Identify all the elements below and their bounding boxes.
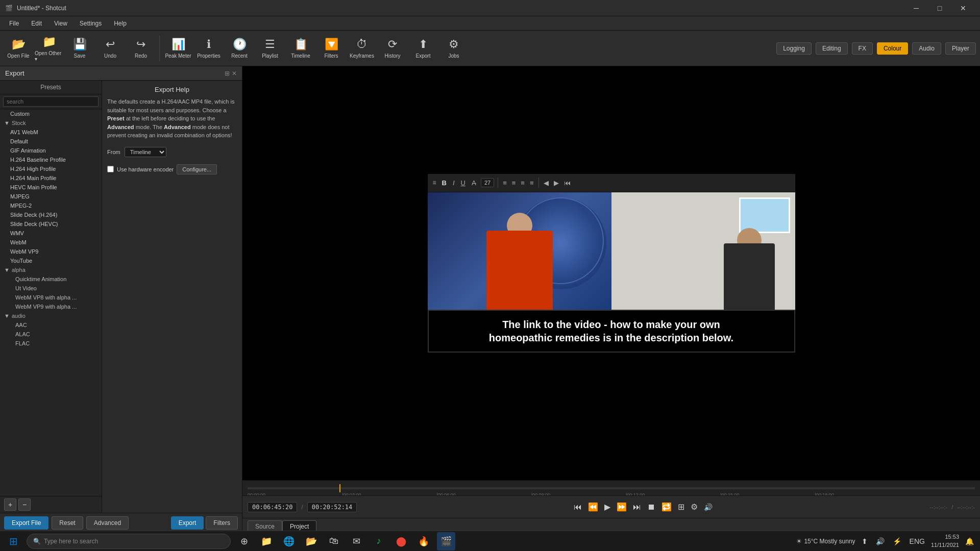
history-button[interactable]: ⟳ History <box>378 33 407 64</box>
export-button[interactable]: ⬆ Export <box>409 33 437 64</box>
align-right-icon[interactable]: ≡ <box>519 178 527 188</box>
next-frame-icon[interactable]: ▶ <box>552 178 561 188</box>
add-preset-button[interactable]: + <box>4 498 16 511</box>
rewind-icon[interactable]: ⏮ <box>562 178 573 188</box>
menu-file[interactable]: File <box>4 19 24 28</box>
notification-icon[interactable]: 🔔 <box>963 535 976 547</box>
prev-frame-icon[interactable]: ◀ <box>542 178 551 188</box>
preset-mpeg2[interactable]: MPEG-2 <box>0 201 102 210</box>
from-select[interactable]: Timeline Source Each Clip <box>125 147 166 157</box>
settings-button[interactable]: ⚙ <box>689 500 700 514</box>
timeline-button[interactable]: 📋 Timeline <box>286 33 315 64</box>
audio-mode-button[interactable]: Audio <box>912 42 941 55</box>
store-taskbar-button[interactable]: 🛍 <box>325 532 343 550</box>
format-icon[interactable]: ≡ <box>431 178 438 187</box>
preset-category-stock[interactable]: ▼ Stock <box>0 118 102 128</box>
strikethrough-button[interactable]: A̶ <box>469 178 479 188</box>
file-manager-taskbar-button[interactable]: 📂 <box>302 532 321 550</box>
preset-h264-main[interactable]: H.264 Main Profile <box>0 173 102 183</box>
edge-taskbar-button[interactable]: 🌐 <box>280 532 298 550</box>
preset-webm[interactable]: WebM <box>0 238 102 247</box>
close-button[interactable]: ✕ <box>951 0 975 16</box>
preset-webm-vp9-alpha[interactable]: WebM VP9 with alpha ... <box>0 302 102 311</box>
battery-icon[interactable]: ⚡ <box>891 535 903 547</box>
preset-flac[interactable]: FLAC <box>0 339 102 348</box>
current-timecode[interactable]: 00:06:45:20 <box>248 502 297 512</box>
preset-wmv[interactable]: WMV <box>0 229 102 238</box>
preset-category-audio[interactable]: ▼ audio <box>0 311 102 320</box>
player-mode-button[interactable]: Player <box>945 42 976 55</box>
preset-gif[interactable]: GIF Animation <box>0 146 102 155</box>
maximize-button[interactable]: □ <box>928 0 951 16</box>
preset-webm-vp9[interactable]: WebM VP9 <box>0 247 102 256</box>
bold-button[interactable]: B <box>439 178 449 188</box>
skip-to-end-button[interactable]: ⏭ <box>631 500 643 514</box>
open-other-button[interactable]: 📁 Open Other ▾ <box>35 33 63 64</box>
redo-button[interactable]: ↪ Redo <box>127 33 155 64</box>
align-center-icon[interactable]: ≡ <box>510 178 518 188</box>
export-tab[interactable]: Export <box>171 516 204 530</box>
preset-h264-high[interactable]: H.264 High Profile <box>0 164 102 173</box>
filters-button[interactable]: 🔽 Filters <box>317 33 346 64</box>
shotcut-taskbar-button[interactable]: 🎬 <box>437 532 455 550</box>
configure-button[interactable]: Configure... <box>177 164 217 174</box>
underline-button[interactable]: U <box>458 178 468 188</box>
menu-settings[interactable]: Settings <box>75 19 107 28</box>
grid-button[interactable]: ⊞ <box>676 500 687 514</box>
align-justify-icon[interactable]: ≡ <box>528 178 536 188</box>
preset-mjpeg[interactable]: MJPEG <box>0 192 102 201</box>
open-file-button[interactable]: 📂 Open File <box>4 33 33 64</box>
properties-button[interactable]: ℹ Properties <box>194 33 223 64</box>
preset-av1-webm[interactable]: AV1 WebM <box>0 128 102 137</box>
fx-mode-button[interactable]: FX <box>852 42 873 55</box>
preset-ut-video[interactable]: Ut Video <box>0 284 102 293</box>
weather-display[interactable]: ☀ 15°C Mostly sunny <box>796 538 855 545</box>
close-panel-icon[interactable]: ✕ <box>232 70 237 77</box>
float-icon[interactable]: ⊞ <box>225 70 230 77</box>
preset-slide-hevc[interactable]: Slide Deck (HEVC) <box>0 219 102 229</box>
peak-meter-button[interactable]: 📊 Peak Meter <box>164 33 192 64</box>
skip-to-start-button[interactable]: ⏮ <box>572 500 584 514</box>
advanced-button[interactable]: Advanced <box>86 516 129 530</box>
preset-slide-h264[interactable]: Slide Deck (H.264) <box>0 210 102 219</box>
recent-button[interactable]: 🕐 Recent <box>225 33 254 64</box>
save-button[interactable]: 💾 Save <box>65 33 94 64</box>
loop-button[interactable]: 🔁 <box>659 500 674 514</box>
lang-display[interactable]: ENG <box>908 535 927 547</box>
volume-sys-icon[interactable]: 🔊 <box>874 535 887 547</box>
minimize-button[interactable]: ─ <box>904 0 928 16</box>
clock-display[interactable]: 15:53 11/11/2021 <box>931 533 959 549</box>
italic-button[interactable]: I <box>450 178 457 188</box>
preset-webm-vp8-alpha[interactable]: WebM VP8 with alpha ... <box>0 293 102 302</box>
colour-mode-button[interactable]: Colour <box>877 42 908 55</box>
stop-button[interactable]: ⏹ <box>645 500 657 514</box>
network-icon[interactable]: ⬆ <box>860 535 870 547</box>
playlist-button[interactable]: ☰ Playlist <box>256 33 284 64</box>
file-explorer-taskbar-button[interactable]: 📁 <box>257 532 276 550</box>
preset-default[interactable]: Default <box>0 137 102 146</box>
menu-view[interactable]: View <box>49 19 72 28</box>
preset-youtube[interactable]: YouTube <box>0 256 102 265</box>
preset-h264-baseline[interactable]: H.264 Baseline Profile <box>0 155 102 164</box>
preset-aac[interactable]: AAC <box>0 320 102 330</box>
app-taskbar-button[interactable]: 🔥 <box>414 532 433 550</box>
reset-button[interactable]: Reset <box>52 516 83 530</box>
scrubber-track[interactable]: 00:00:00 |00:03:00 |00:06:00 |00:09:00 |… <box>248 487 975 489</box>
mail-taskbar-button[interactable]: ✉ <box>347 532 365 550</box>
spotify-taskbar-button[interactable]: ♪ <box>370 532 388 550</box>
menu-edit[interactable]: Edit <box>26 19 47 28</box>
chrome-taskbar-button[interactable]: ⬤ <box>392 532 410 550</box>
step-back-button[interactable]: ⏪ <box>586 500 600 514</box>
taskbar-search[interactable]: 🔍 Type here to search <box>27 534 231 549</box>
preset-category-alpha[interactable]: ▼ alpha <box>0 265 102 274</box>
start-button[interactable]: ⊞ <box>4 532 22 550</box>
remove-preset-button[interactable]: − <box>18 498 31 511</box>
align-left-icon[interactable]: ≡ <box>501 178 509 188</box>
jobs-button[interactable]: ⚙ Jobs <box>439 33 468 64</box>
presets-search-input[interactable] <box>3 96 99 107</box>
preset-custom[interactable]: Custom <box>0 109 102 118</box>
menu-help[interactable]: Help <box>109 19 132 28</box>
step-forward-button[interactable]: ⏩ <box>615 500 629 514</box>
filters-tab[interactable]: Filters <box>206 516 238 530</box>
play-button[interactable]: ▶ <box>602 500 612 514</box>
